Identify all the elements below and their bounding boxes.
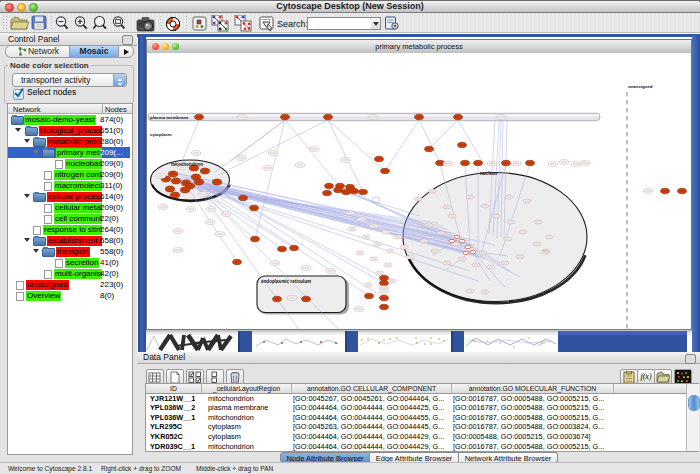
svg-text:plasma membrane: plasma membrane: [150, 115, 189, 120]
svg-text:unassigned: unassigned: [628, 84, 653, 89]
svg-text:cytoplasm: cytoplasm: [150, 132, 172, 137]
svg-text:nucleus: nucleus: [480, 171, 498, 176]
svg-text:mitochondrion: mitochondrion: [171, 162, 203, 167]
svg-text:endoplasmic reticulum: endoplasmic reticulum: [261, 279, 311, 284]
